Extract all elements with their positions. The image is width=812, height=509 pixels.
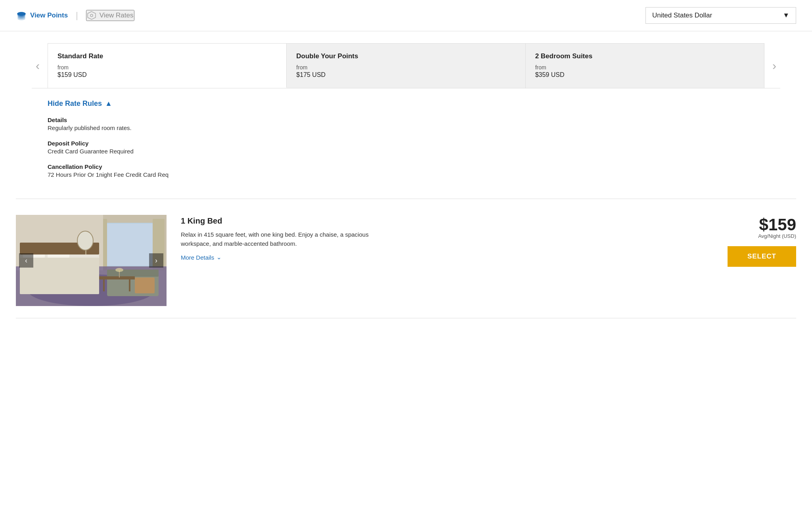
room-description: Relax in 415 square feet, with one king … (181, 230, 371, 248)
top-bar: View Points | View Rates United States D… (0, 0, 812, 31)
rates-icon (87, 11, 96, 20)
currency-dropdown[interactable]: United States Dollar ▼ (645, 7, 796, 24)
svg-rect-23 (107, 270, 159, 277)
rate-rule-cancellation: Cancellation Policy 72 Hours Prior Or 1n… (48, 163, 764, 178)
hide-rate-rules-icon: ▲ (105, 100, 112, 108)
room-card: ‹ › 1 King Bed Relax in 415 square feet,… (0, 203, 812, 318)
view-points-label: View Points (30, 11, 68, 19)
rate-rule-details-label: Details (48, 117, 764, 123)
points-icon (16, 10, 27, 21)
room-image-container: ‹ › (16, 215, 167, 306)
rate-rule-cancellation-value: 72 Hours Prior Or 1night Fee Credit Card… (48, 171, 764, 178)
rate-rule-details-value: Regularly published room rates. (48, 124, 764, 131)
room-name: 1 King Bed (181, 216, 703, 226)
svg-rect-25 (99, 276, 135, 279)
svg-rect-24 (135, 277, 155, 293)
section-divider (16, 199, 796, 199)
rate-tabs-right-arrow[interactable]: › (768, 43, 780, 88)
view-rates-button[interactable]: View Rates (86, 10, 134, 21)
rate-rule-details: Details Regularly published room rates. (48, 117, 764, 131)
rate-tab-bedroom-suites-price: $359 USD (535, 71, 755, 78)
svg-rect-26 (103, 279, 105, 291)
room-price-label: Avg/Night (USD) (758, 233, 796, 239)
rate-tabs-left-arrow[interactable]: ‹ (32, 43, 44, 88)
rate-rule-cancellation-label: Cancellation Policy (48, 163, 764, 170)
room-image-right-arrow[interactable]: › (149, 253, 163, 268)
more-details-label: More Details (181, 254, 214, 261)
currency-dropdown-arrow: ▼ (783, 11, 789, 19)
view-rates-label: View Rates (100, 11, 134, 19)
room-info: 1 King Bed Relax in 415 square feet, wit… (181, 215, 703, 261)
rate-tab-bedroom-suites[interactable]: 2 Bedroom Suites from $359 USD (526, 44, 764, 88)
rate-tab-standard-from: from (57, 64, 277, 71)
rate-tab-double-points[interactable]: Double Your Points from $175 USD (287, 44, 525, 88)
rate-tab-standard[interactable]: Standard Rate from $159 USD (48, 44, 287, 88)
svg-point-30 (77, 231, 93, 250)
more-details-chevron-icon: ⌄ (216, 254, 222, 261)
more-details-button[interactable]: More Details ⌄ (181, 254, 222, 261)
rate-tab-bedroom-suites-from: from (535, 64, 755, 71)
rate-tabs: Standard Rate from $159 USD Double Your … (48, 43, 764, 88)
rate-tab-double-points-name: Double Your Points (296, 52, 515, 60)
currency-label: United States Dollar (652, 11, 712, 19)
top-bar-left: View Points | View Rates (16, 10, 134, 21)
svg-rect-27 (129, 279, 130, 291)
view-points-button[interactable]: View Points (16, 10, 68, 21)
svg-point-5 (90, 14, 93, 17)
rate-rule-deposit: Deposit Policy Credit Card Guarantee Req… (48, 140, 764, 155)
rate-tab-standard-price: $159 USD (57, 71, 277, 78)
svg-point-29 (115, 268, 123, 272)
room-image-left-arrow[interactable]: ‹ (19, 253, 33, 268)
rate-tab-bedroom-suites-name: 2 Bedroom Suites (535, 52, 755, 60)
rate-tabs-container: ‹ Standard Rate from $159 USD Double You… (0, 31, 812, 88)
hide-rate-rules-label: Hide Rate Rules (48, 100, 102, 108)
separator: | (76, 10, 78, 21)
rate-tab-double-points-from: from (296, 64, 515, 71)
room-image (16, 215, 167, 306)
room-price: $159 (759, 216, 796, 233)
room-price-section: $159 Avg/Night (USD) SELECT (717, 215, 796, 267)
rate-tab-double-points-price: $175 USD (296, 71, 515, 78)
hide-rate-rules-button[interactable]: Hide Rate Rules ▲ (48, 100, 112, 108)
rate-rule-deposit-value: Credit Card Guarantee Required (48, 148, 764, 155)
select-button[interactable]: SELECT (728, 246, 796, 267)
bottom-divider (16, 318, 796, 318)
rate-tab-standard-name: Standard Rate (57, 52, 277, 60)
rate-rules-section: Hide Rate Rules ▲ Details Regularly publ… (0, 88, 812, 195)
rate-rule-deposit-label: Deposit Policy (48, 140, 764, 147)
